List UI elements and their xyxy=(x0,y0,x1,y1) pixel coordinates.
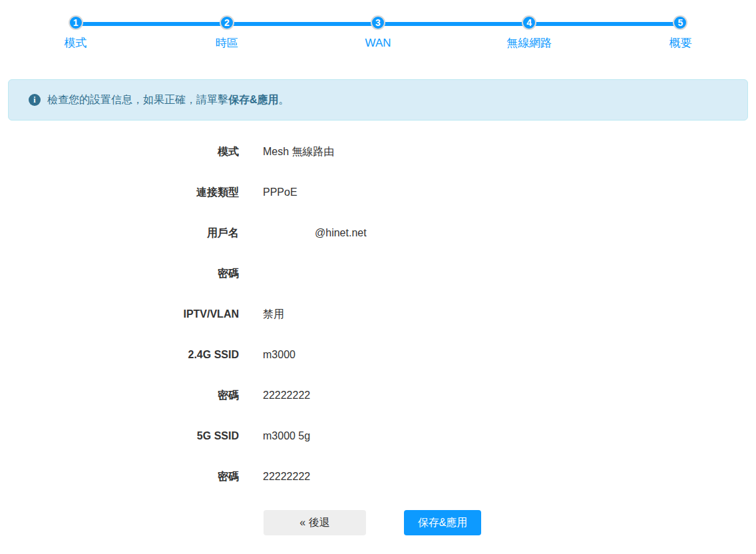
field-label: 連接類型 xyxy=(0,185,239,200)
step-label: 時區 xyxy=(216,36,238,51)
summary-row-username: 用戶名 @hinet.net xyxy=(0,226,756,240)
info-alert: i 檢查您的設置信息，如果正確，請單擊保存&應用。 xyxy=(8,79,748,121)
field-label: IPTV/VLAN xyxy=(0,307,239,322)
field-label: 5G SSID xyxy=(0,429,239,443)
save-apply-button[interactable]: 保存&應用 xyxy=(404,510,481,535)
wizard-actions: « 後退 保存&應用 xyxy=(264,510,756,535)
step-number-badge: 5 xyxy=(673,15,687,30)
step-number-badge: 4 xyxy=(522,15,536,30)
summary-row-24g-password: 密碼 22222222 xyxy=(0,388,756,403)
field-value: 禁用 xyxy=(263,307,284,322)
step-label: WAN xyxy=(365,36,391,51)
step-wireless[interactable]: 4 無線網路 xyxy=(454,15,605,51)
alert-message: 檢查您的設置信息，如果正確，請單擊保存&應用。 xyxy=(47,93,289,107)
settings-summary: 模式 Mesh 無線路由 連接類型 PPPoE 用戶名 @hinet.net 密… xyxy=(0,144,756,484)
setup-wizard-stepper: 1 模式 2 時區 3 WAN 4 無線網路 5 概要 xyxy=(0,0,756,53)
step-timezone[interactable]: 2 時區 xyxy=(151,15,302,51)
step-summary[interactable]: 5 概要 xyxy=(605,15,756,51)
back-button[interactable]: « 後退 xyxy=(264,510,366,535)
field-label: 密碼 xyxy=(0,388,239,403)
field-label: 密碼 xyxy=(0,469,239,484)
step-label: 概要 xyxy=(669,36,691,51)
field-label: 2.4G SSID xyxy=(0,348,239,362)
step-number-badge: 1 xyxy=(69,15,83,30)
step-label: 模式 xyxy=(65,36,87,51)
field-value: PPPoE xyxy=(263,185,297,200)
step-mode[interactable]: 1 模式 xyxy=(0,15,151,51)
alert-text: 檢查您的設置信息，如果正確，請單擊 xyxy=(47,94,228,105)
alert-bold-text: 保存&應用 xyxy=(228,94,279,105)
field-value: 22222222 xyxy=(263,469,310,484)
field-value: Mesh 無線路由 xyxy=(263,144,335,159)
step-label: 無線網路 xyxy=(506,36,552,51)
alert-suffix: 。 xyxy=(279,94,289,105)
summary-row-iptv-vlan: IPTV/VLAN 禁用 xyxy=(0,307,756,322)
step-number-badge: 3 xyxy=(371,15,385,30)
summary-row-connection-type: 連接類型 PPPoE xyxy=(0,185,756,200)
summary-row-5g-password: 密碼 22222222 xyxy=(0,469,756,484)
step-number-badge: 2 xyxy=(220,15,234,30)
field-value: @hinet.net xyxy=(263,226,367,240)
field-value: m3000 xyxy=(263,348,295,362)
summary-row-pppoe-password: 密碼 xyxy=(0,266,756,281)
summary-row-5g-ssid: 5G SSID m3000 5g xyxy=(0,429,756,443)
summary-row-24g-ssid: 2.4G SSID m3000 xyxy=(0,348,756,362)
field-label: 模式 xyxy=(0,144,239,159)
info-icon: i xyxy=(29,94,41,106)
field-label: 用戶名 xyxy=(0,226,239,240)
summary-row-mode: 模式 Mesh 無線路由 xyxy=(0,144,756,159)
field-value: m3000 5g xyxy=(263,429,310,443)
field-value: 22222222 xyxy=(263,388,310,403)
field-label: 密碼 xyxy=(0,266,239,281)
step-wan[interactable]: 3 WAN xyxy=(302,15,453,51)
